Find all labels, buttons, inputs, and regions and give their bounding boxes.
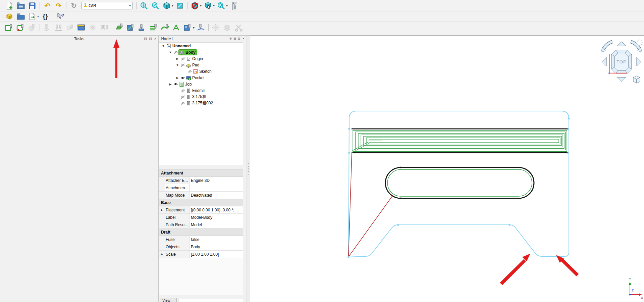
tree-expander-icon[interactable]: ▼	[168, 51, 173, 54]
waterline-operation-button[interactable]	[126, 23, 135, 32]
property-expander-icon[interactable]: ▶	[159, 251, 165, 258]
tree-item-label: 3.175粗002	[191, 100, 214, 106]
tree-expander-icon[interactable]: ▶	[175, 76, 180, 80]
create-part-button[interactable]	[5, 12, 14, 21]
create-group-button[interactable]	[16, 12, 25, 21]
property-name: Fuse	[165, 236, 190, 243]
open-document-button[interactable]	[16, 1, 25, 10]
property-group-draft[interactable]: Draft	[159, 229, 243, 236]
property-value[interactable]: Body	[190, 243, 243, 250]
property-value[interactable]: false	[190, 236, 243, 243]
probe-operation-button[interactable]	[197, 23, 205, 32]
dressup-operation-button[interactable]	[161, 23, 169, 32]
helix-operation-button	[43, 23, 52, 32]
property-row-scale: ▶Scale[1.00 1.00 1.00]	[159, 251, 243, 258]
property-value[interactable]	[190, 184, 243, 191]
chevron-down-icon[interactable]: ▾	[172, 4, 173, 7]
tree-item-job[interactable]: ▶Job	[159, 81, 243, 87]
vcarve-operation-button	[100, 23, 109, 32]
tree-item-unnamed[interactable]: ▼Unnamed	[159, 43, 243, 49]
3d-viewport[interactable]: TOP	[250, 36, 644, 302]
tree-item-3-175-002[interactable]: 3.175粗002	[159, 100, 243, 106]
chevron-down-icon[interactable]: ▾	[200, 4, 202, 7]
mill-face-operation-button[interactable]	[77, 23, 86, 32]
pocket-3d-operation-button[interactable]	[138, 23, 147, 32]
navigation-cube[interactable]: TOP	[601, 40, 642, 83]
panel-close-icon[interactable]: ×	[154, 36, 156, 41]
zoom-tools-button[interactable]	[217, 1, 225, 10]
tree-item-sketch[interactable]: Sketch	[159, 68, 243, 74]
property-value[interactable]: Model	[190, 221, 243, 228]
tree-expander-icon[interactable]: ▶	[175, 57, 180, 60]
undo-button[interactable]: ↶	[43, 1, 52, 10]
property-value[interactable]: Deactivated	[190, 192, 243, 199]
property-expander-icon[interactable]: ▶	[159, 206, 165, 213]
new-document-button[interactable]	[5, 1, 14, 10]
profile-operation-button[interactable]	[5, 23, 14, 32]
tree-item-label: 3.175粗	[191, 94, 207, 100]
slot-edge[interactable]	[385, 167, 534, 198]
panel-minimize-icon[interactable]: ⊟	[234, 36, 236, 41]
tree-item-origin[interactable]: ▶Origin	[159, 55, 243, 62]
property-editor[interactable]: AttachmentAttacher E...Engine 3DAttachme…	[159, 169, 243, 258]
property-value[interactable]: [(0.00 0.00 1.00); 0.00 °; ...	[190, 206, 243, 213]
simulate-operation-button	[212, 23, 220, 32]
tab-view[interactable]: View	[160, 298, 177, 302]
workbench-selector[interactable]: CAM▾	[82, 2, 132, 9]
pocket-shape-operation-button[interactable]	[16, 23, 25, 32]
navcube-iso-cube-button[interactable]	[633, 76, 640, 83]
panel-minimize-icon[interactable]: ⊟	[144, 36, 147, 41]
panel-close-icon[interactable]: ×	[242, 36, 245, 41]
property-name: Attacher E...	[165, 177, 190, 184]
navcube-menu-button[interactable]	[637, 40, 642, 45]
tree-expander-icon[interactable]: ▼	[161, 44, 166, 48]
tree-item-pad[interactable]: ▼Pad	[159, 62, 243, 68]
edit-mode-button[interactable]	[191, 1, 199, 10]
navcube-face-label[interactable]: TOP	[616, 59, 627, 64]
chevron-down-icon[interactable]: ▾	[193, 26, 195, 30]
tree-item-3-175-[interactable]: 3.175粗	[159, 94, 243, 100]
draw-style-button[interactable]	[162, 1, 171, 10]
workbench-selector-value: CAM	[89, 3, 129, 8]
tab-data[interactable]	[178, 299, 243, 302]
property-value[interactable]: [1.00 1.00 1.00]	[190, 251, 243, 258]
clipping-box-button[interactable]	[204, 1, 212, 10]
property-value[interactable]: Model-Body	[190, 214, 243, 221]
chevron-down-icon[interactable]: ▾	[37, 14, 39, 18]
slice-operation-button[interactable]	[149, 23, 158, 32]
panel-float-icon[interactable]: ⊡	[149, 36, 152, 41]
property-group-attachment[interactable]: Attachment	[159, 169, 243, 177]
property-group-base[interactable]: Base	[159, 199, 243, 206]
tag-dressup-operation-button[interactable]	[172, 23, 181, 32]
tool-icon	[185, 94, 191, 100]
measure-button[interactable]	[230, 1, 238, 10]
zoom-fit-all-button[interactable]	[140, 1, 148, 10]
axonometric-view-button[interactable]	[175, 1, 184, 10]
panel-splitter[interactable]	[247, 36, 250, 302]
surface-3d-operation-button[interactable]	[115, 23, 124, 32]
tree-expander-icon[interactable]: ▼	[175, 63, 180, 67]
chevron-down-icon[interactable]: ▾	[226, 4, 228, 7]
tree-item-endmill[interactable]: Endmill	[159, 87, 243, 94]
property-row-map-mode: Map ModeDeactivated	[159, 192, 243, 199]
property-gutter	[159, 192, 165, 199]
whats-this-help-button[interactable]: ?	[56, 12, 65, 21]
refresh-button[interactable]: ↻	[69, 1, 78, 10]
model-tree[interactable]: ▼Unnamed▼Body▶Origin▼PadSketch▶Pocket▶Jo…	[159, 42, 243, 165]
panel-float-icon[interactable]: ⊡	[238, 36, 240, 41]
tree-item-pocket[interactable]: ▶Pocket	[159, 74, 243, 81]
tree-item-body[interactable]: ▼Body	[159, 49, 243, 55]
zoom-selection-button[interactable]	[151, 1, 160, 10]
property-value[interactable]: Engine 3D	[190, 177, 243, 184]
part-outer-profile[interactable]	[348, 111, 569, 257]
property-gutter	[159, 214, 165, 221]
axis-indicator: Y X Z	[629, 278, 643, 300]
export-object-button[interactable]	[28, 12, 37, 21]
tree-expander-icon[interactable]: ▶	[168, 83, 173, 86]
chevron-down-icon[interactable]: ▾	[213, 4, 215, 7]
panel-overlay-icon[interactable]: ⊙	[230, 36, 232, 41]
save-document-button[interactable]	[28, 1, 37, 10]
array-operation-button[interactable]	[183, 23, 192, 32]
expression-editor-button[interactable]: {}	[41, 12, 50, 21]
redo-button[interactable]: ↷	[54, 1, 63, 10]
